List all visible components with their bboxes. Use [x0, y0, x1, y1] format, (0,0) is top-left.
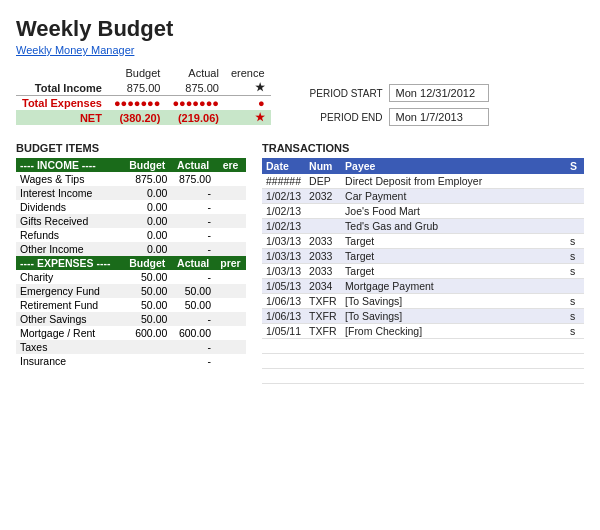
period-start-label: PERIOD START: [303, 88, 383, 99]
trans-date: 1/03/13: [262, 249, 305, 264]
summary-col-budget: Budget: [108, 66, 167, 80]
budget-items-title: BUDGET ITEMS: [16, 142, 246, 154]
trans-date: 1/06/13: [262, 309, 305, 324]
transaction-row-empty: [262, 369, 584, 384]
period-box: PERIOD START Mon 12/31/2012 PERIOD END M…: [303, 84, 489, 126]
trans-s: s: [566, 324, 584, 339]
transaction-row: 1/06/13 TXFR [To Savings] s: [262, 294, 584, 309]
transactions-title: TRANSACTIONS: [262, 142, 584, 154]
trans-s: [566, 174, 584, 189]
trans-date: 1/05/11: [262, 324, 305, 339]
trans-num: 2033: [305, 234, 341, 249]
trans-num: 2033: [305, 264, 341, 279]
income-row-0: Wages & Tips 875.00 875.00: [16, 172, 246, 186]
transactions-panel: TRANSACTIONS Date Num Payee S ###### DEP…: [262, 142, 584, 384]
expenses-row-5: Taxes -: [16, 340, 246, 354]
summary-net-row: NET (380.20) (219.06) ★: [16, 110, 283, 125]
transaction-row: 1/02/13 2032 Car Payment: [262, 189, 584, 204]
trans-payee: [From Checking]: [341, 324, 566, 339]
trans-date: 1/06/13: [262, 294, 305, 309]
budget-items-panel: BUDGET ITEMS ---- INCOME ---- Budget Act…: [16, 142, 246, 384]
transaction-row: 1/05/11 TXFR [From Checking] s: [262, 324, 584, 339]
trans-payee: Target: [341, 234, 566, 249]
period-start-row: PERIOD START Mon 12/31/2012: [303, 84, 489, 102]
trans-s: s: [566, 234, 584, 249]
transaction-row-empty: [262, 339, 584, 354]
trans-s: [566, 279, 584, 294]
period-end-value: Mon 1/7/2013: [389, 108, 489, 126]
trans-s: s: [566, 249, 584, 264]
summary-income-row: Total Income 875.00 875.00 ★: [16, 80, 283, 96]
trans-date: 1/02/13: [262, 204, 305, 219]
trans-num: [305, 204, 341, 219]
income-row-5: Other Income 0.00 -: [16, 242, 246, 256]
income-row-4: Refunds 0.00 -: [16, 228, 246, 242]
trans-date: 1/03/13: [262, 234, 305, 249]
summary-col-diff: erence: [225, 66, 271, 80]
trans-payee: Target: [341, 249, 566, 264]
trans-num: TXFR: [305, 324, 341, 339]
summary-expenses-row: Total Expenses ●●●●●●● ●●●●●●● ●: [16, 96, 283, 111]
col-num: Num: [305, 158, 341, 174]
transaction-row: 1/03/13 2033 Target s: [262, 264, 584, 279]
trans-date: ######: [262, 174, 305, 189]
transaction-row-empty: [262, 354, 584, 369]
period-end-row: PERIOD END Mon 1/7/2013: [303, 108, 489, 126]
period-end-label: PERIOD END: [303, 112, 383, 123]
trans-s: [566, 204, 584, 219]
trans-payee: Car Payment: [341, 189, 566, 204]
expenses-row-4: Mortgage / Rent 600.00 600.00: [16, 326, 246, 340]
trans-date: 1/02/13: [262, 189, 305, 204]
income-row-1: Interest Income 0.00 -: [16, 186, 246, 200]
trans-payee: [To Savings]: [341, 309, 566, 324]
trans-date: 1/03/13: [262, 264, 305, 279]
transaction-row: 1/03/13 2033 Target s: [262, 249, 584, 264]
income-row-3: Gifts Received 0.00 -: [16, 214, 246, 228]
income-row-2: Dividends 0.00 -: [16, 200, 246, 214]
trans-num: 2033: [305, 249, 341, 264]
transaction-row: 1/02/13 Ted's Gas and Grub: [262, 219, 584, 234]
transaction-row: 1/05/13 2034 Mortgage Payment: [262, 279, 584, 294]
period-start-value: Mon 12/31/2012: [389, 84, 489, 102]
trans-payee: Mortgage Payment: [341, 279, 566, 294]
trans-s: [566, 189, 584, 204]
trans-payee: Joe's Food Mart: [341, 204, 566, 219]
transaction-row: 1/03/13 2033 Target s: [262, 234, 584, 249]
trans-s: [566, 219, 584, 234]
trans-payee: Direct Deposit from Employer: [341, 174, 566, 189]
trans-date: 1/02/13: [262, 219, 305, 234]
trans-date: 1/05/13: [262, 279, 305, 294]
income-header-row: ---- INCOME ---- Budget Actual ere: [16, 158, 246, 172]
col-s: S: [566, 158, 584, 174]
trans-s: s: [566, 264, 584, 279]
trans-num: TXFR: [305, 294, 341, 309]
trans-payee: Ted's Gas and Grub: [341, 219, 566, 234]
subtitle-link[interactable]: Weekly Money Manager: [16, 44, 134, 56]
col-date: Date: [262, 158, 305, 174]
transaction-row: 1/06/13 TXFR [To Savings] s: [262, 309, 584, 324]
expenses-row-3: Other Savings 50.00 -: [16, 312, 246, 326]
trans-num: [305, 219, 341, 234]
expenses-row-0: Charity 50.00 -: [16, 270, 246, 284]
trans-s: s: [566, 309, 584, 324]
expenses-row-2: Retirement Fund 50.00 50.00: [16, 298, 246, 312]
trans-num: 2032: [305, 189, 341, 204]
summary-table: Budget Actual erence Total Income 875.00…: [16, 66, 283, 126]
budget-table: ---- INCOME ---- Budget Actual ere Wages…: [16, 158, 246, 368]
trans-num: 2034: [305, 279, 341, 294]
transaction-row: ###### DEP Direct Deposit from Employer: [262, 174, 584, 189]
transactions-table: Date Num Payee S ###### DEP Direct Depos…: [262, 158, 584, 384]
summary-col-actual: Actual: [166, 66, 225, 80]
transaction-row: 1/02/13 Joe's Food Mart: [262, 204, 584, 219]
trans-payee: [To Savings]: [341, 294, 566, 309]
trans-s: s: [566, 294, 584, 309]
trans-num: TXFR: [305, 309, 341, 324]
transactions-header-row: Date Num Payee S: [262, 158, 584, 174]
trans-payee: Target: [341, 264, 566, 279]
col-payee: Payee: [341, 158, 566, 174]
expenses-row-6: Insurance -: [16, 354, 246, 368]
expenses-row-1: Emergency Fund 50.00 50.00: [16, 284, 246, 298]
expenses-header-row: ---- EXPENSES ---- Budget Actual prer: [16, 256, 246, 270]
trans-num: DEP: [305, 174, 341, 189]
page-title: Weekly Budget: [16, 16, 584, 42]
